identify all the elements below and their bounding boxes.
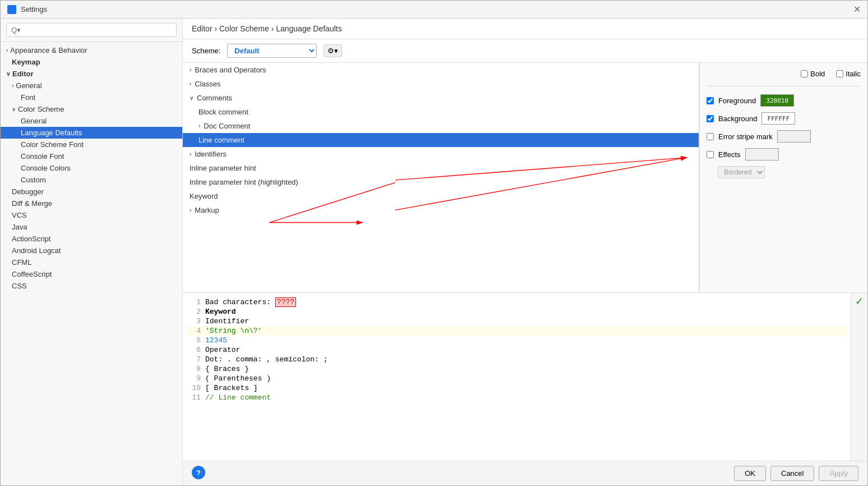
center-item-label: Braces and Operators bbox=[195, 66, 266, 74]
sidebar-item-color-scheme-font[interactable]: Color Scheme Font bbox=[1, 139, 182, 150]
preview-line-10: 10 [ Brackets ] bbox=[187, 383, 846, 393]
center-tree: › Braces and Operators › Classes ∨ Comme… bbox=[183, 63, 699, 292]
breadcrumb-bar: Editor › Color Scheme › Language Default… bbox=[183, 19, 867, 39]
center-tree-item-classes[interactable]: › Classes bbox=[183, 77, 699, 91]
background-color-box[interactable]: FFFFFF bbox=[761, 112, 795, 125]
preview-line-7: 7 Dot: . comma: , semicolon: ; bbox=[187, 355, 846, 364]
center-tree-item-inline-hint-hl[interactable]: Inline parameter hint (highlighted) bbox=[183, 175, 699, 189]
center-tree-item-doc-comment[interactable]: › Doc Comment bbox=[183, 119, 699, 133]
bold-checkbox-label[interactable]: Bold bbox=[801, 70, 825, 78]
effects-checkbox[interactable] bbox=[707, 151, 714, 158]
sidebar-item-console-font[interactable]: Console Font bbox=[1, 150, 182, 162]
scheme-bar: Scheme: Default ⚙▾ bbox=[183, 39, 867, 63]
center-tree-item-identifiers[interactable]: › Identifiers bbox=[183, 147, 699, 161]
sidebar-item-actionscript[interactable]: ActionScript bbox=[1, 233, 182, 245]
error-stripe-label: Error stripe mark bbox=[718, 132, 773, 141]
sidebar-item-editor[interactable]: ∨ Editor bbox=[1, 68, 182, 80]
sidebar-item-general[interactable]: › General bbox=[1, 80, 182, 91]
sidebar-item-android-logcat[interactable]: Android Logcat bbox=[1, 245, 182, 256]
editor-area: › Braces and Operators › Classes ∨ Comme… bbox=[183, 63, 867, 292]
chevron-down-icon: ∨ bbox=[190, 95, 193, 101]
sidebar-item-css[interactable]: CSS bbox=[1, 280, 182, 292]
line-number: 11 bbox=[190, 393, 201, 402]
sidebar-item-label: General bbox=[16, 81, 41, 90]
chevron-right-icon: › bbox=[198, 123, 200, 129]
preview-line-3: 3 Identifier bbox=[187, 317, 846, 326]
sidebar-item-label: ActionScript bbox=[12, 235, 50, 243]
line-number: 9 bbox=[190, 374, 201, 383]
sidebar-item-color-scheme[interactable]: ∨ Color Scheme bbox=[1, 103, 182, 115]
line-content: Identifier bbox=[205, 317, 249, 325]
sidebar-item-java[interactable]: Java bbox=[1, 221, 182, 233]
chevron-right-icon: › bbox=[6, 47, 8, 53]
sidebar-item-general2[interactable]: General bbox=[1, 115, 182, 127]
close-button[interactable]: ✕ bbox=[853, 4, 861, 15]
italic-checkbox-label[interactable]: Italic bbox=[836, 70, 861, 78]
apply-button[interactable]: Apply bbox=[819, 466, 858, 481]
sidebar: › Appearance & Behavior Keymap ∨ Editor … bbox=[1, 19, 183, 485]
bordered-select[interactable]: Bordered bbox=[718, 166, 765, 178]
center-tree-item-markup[interactable]: › Markup bbox=[183, 203, 699, 217]
center-tree-item-comments[interactable]: ∨ Comments bbox=[183, 91, 699, 105]
center-item-label: Block comment bbox=[198, 108, 248, 116]
sidebar-item-keymap[interactable]: Keymap bbox=[1, 56, 182, 68]
sidebar-item-debugger[interactable]: Debugger bbox=[1, 186, 182, 198]
cancel-button[interactable]: Cancel bbox=[770, 466, 814, 481]
foreground-checkbox[interactable] bbox=[707, 97, 714, 104]
center-area: › Braces and Operators › Classes ∨ Comme… bbox=[183, 63, 867, 292]
background-color-value: FFFFFF bbox=[768, 115, 790, 122]
line-number: 7 bbox=[190, 355, 201, 364]
center-tree-item-keyword[interactable]: Keyword bbox=[183, 189, 699, 203]
sidebar-item-cfml[interactable]: CFML bbox=[1, 256, 182, 268]
sidebar-item-label: Custom bbox=[21, 176, 46, 184]
sidebar-item-language-defaults[interactable]: Language Defaults bbox=[1, 127, 182, 139]
search-input[interactable] bbox=[6, 23, 177, 37]
error-stripe-checkbox[interactable] bbox=[707, 133, 714, 140]
sidebar-item-label: Appearance & Behavior bbox=[10, 46, 87, 54]
line-number: 5 bbox=[190, 336, 201, 345]
scheme-gear-button[interactable]: ⚙▾ bbox=[324, 44, 342, 57]
help-button[interactable]: ? bbox=[192, 466, 205, 479]
bad-char-text: ???? bbox=[275, 297, 296, 307]
sidebar-item-vcs[interactable]: VCS bbox=[1, 209, 182, 221]
sidebar-item-console-colors[interactable]: Console Colors bbox=[1, 162, 182, 174]
line-number: 2 bbox=[190, 308, 201, 316]
background-checkbox[interactable] bbox=[707, 115, 714, 122]
line-content: { Braces } bbox=[205, 365, 249, 373]
center-tree-item-inline-hint[interactable]: Inline parameter hint bbox=[183, 161, 699, 175]
sidebar-item-coffeescript[interactable]: CoffeeScript bbox=[1, 268, 182, 280]
bold-checkbox[interactable] bbox=[801, 70, 808, 77]
scheme-label: Scheme: bbox=[192, 47, 220, 55]
options-panel: Bold Italic Foreground bbox=[699, 63, 867, 292]
center-tree-item-line-comment[interactable]: Line comment bbox=[183, 133, 699, 147]
center-item-label: Comments bbox=[197, 94, 232, 102]
sidebar-item-custom[interactable]: Custom bbox=[1, 174, 182, 186]
sidebar-item-diff-merge[interactable]: Diff & Merge bbox=[1, 198, 182, 209]
sidebar-item-label: Console Colors bbox=[21, 164, 71, 172]
line-number: 10 bbox=[190, 384, 201, 392]
center-tree-item-braces[interactable]: › Braces and Operators bbox=[183, 63, 699, 77]
effects-row: Effects bbox=[707, 148, 861, 161]
scheme-select[interactable]: Default bbox=[227, 44, 317, 58]
background-row: Background FFFFFF bbox=[707, 112, 861, 125]
line-content: ( Parentheses ) bbox=[205, 374, 271, 383]
error-stripe-color-box[interactable] bbox=[777, 130, 811, 143]
center-tree-item-block-comment[interactable]: Block comment bbox=[183, 105, 699, 119]
sidebar-item-appearance[interactable]: › Appearance & Behavior bbox=[1, 44, 182, 56]
italic-checkbox[interactable] bbox=[836, 70, 843, 77]
foreground-color-box[interactable]: 328010 bbox=[760, 94, 794, 107]
bottom-bar: ? OK Cancel Apply bbox=[183, 461, 867, 485]
preview-line-1: 1 Bad characters: ???? bbox=[187, 297, 846, 307]
sidebar-item-label: Color Scheme Font bbox=[21, 140, 84, 149]
bold-label-text: Bold bbox=[810, 70, 825, 78]
effects-color-box[interactable] bbox=[745, 148, 779, 161]
chevron-down-icon: ∨ bbox=[12, 106, 16, 112]
sidebar-item-label: CSS bbox=[12, 282, 27, 290]
sidebar-item-font[interactable]: Font bbox=[1, 91, 182, 103]
preview-line-11: 11 // Line comment bbox=[187, 393, 846, 402]
breadcrumb: Editor › Color Scheme › Language Default… bbox=[192, 24, 342, 33]
center-item-label: Inline parameter hint (highlighted) bbox=[190, 178, 298, 186]
title-bar: Settings ✕ bbox=[1, 1, 867, 19]
preview-line-4: 4 'String \n\?' bbox=[187, 326, 846, 336]
ok-button[interactable]: OK bbox=[734, 466, 766, 481]
